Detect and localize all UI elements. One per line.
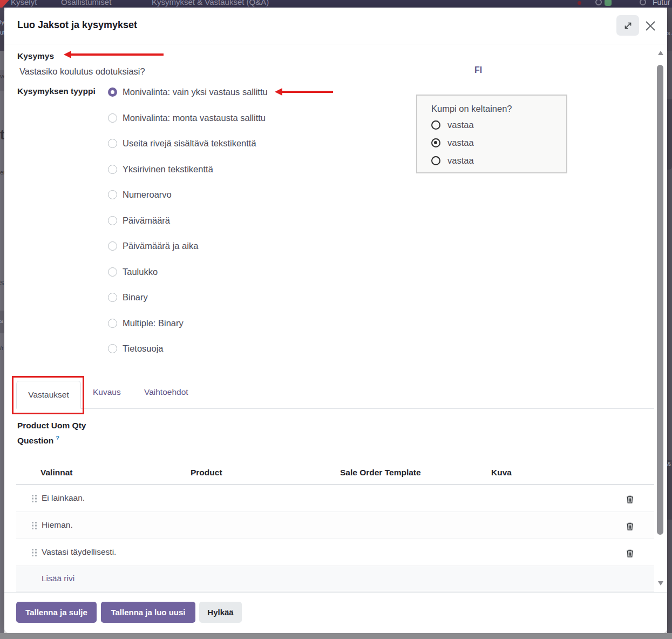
question-type-option-numeric[interactable]: Numeroarvo <box>108 188 172 201</box>
preview-option: vastaa <box>431 118 474 131</box>
question-type-option-matrix[interactable]: Taulukko <box>108 265 158 278</box>
column-header-sale-order-template[interactable]: Sale Order Template <box>340 468 421 477</box>
add-row-link[interactable]: Lisää rivi <box>42 574 74 583</box>
backdrop-text-fragment: ly <box>0 19 4 25</box>
backdrop-text-fragment: /r <box>0 345 4 351</box>
app-logo-fragment <box>0 0 9 8</box>
answer-value[interactable]: Ei lainkaan. <box>42 493 85 503</box>
nav-item-participations[interactable]: Osallistumiset <box>61 0 111 6</box>
tab-options[interactable]: Vaihtoehdot <box>144 387 188 397</box>
trash-icon <box>626 495 634 504</box>
answer-value[interactable]: Hieman. <box>42 520 73 530</box>
close-dialog-button[interactable] <box>641 17 660 35</box>
question-type-option-multiple-binary[interactable]: Multiple: Binary <box>108 317 184 329</box>
question-type-option-label: Taulukko <box>123 267 158 277</box>
answers-table-header: Valinnat Product Sale Order Template Kuv… <box>16 462 654 485</box>
screen: Kyselyt Osallistumiset Kysymykset & Vast… <box>0 0 672 639</box>
radio-selected-icon[interactable] <box>108 88 117 97</box>
preview-option-label: vastaa <box>447 156 474 166</box>
modal-footer: Tallenna ja sulje Tallenna ja luo uusi H… <box>4 592 667 633</box>
notification-dot-icon <box>578 1 581 5</box>
question-type-option-simple-choice[interactable]: Monivalinta: vain yksi vastaus sallittu <box>108 85 268 98</box>
preview-question-text: Kumpi on keltainen? <box>431 104 512 114</box>
nav-item-questions-answers[interactable]: Kysymykset & Vastaukset (Q&A) <box>152 0 269 6</box>
scrollbar-down-arrow[interactable] <box>658 581 663 586</box>
tab-answers[interactable]: Vastaukset <box>16 381 81 409</box>
table-row[interactable]: Vastasi täydellisesti. <box>16 539 654 566</box>
radio-icon[interactable] <box>108 319 117 328</box>
column-header-choices[interactable]: Valinnat <box>40 468 72 477</box>
save-and-close-button[interactable]: Tallenna ja sulje <box>16 602 97 623</box>
question-type-option-label: Numeroarvo <box>123 190 172 200</box>
radio-icon <box>431 156 440 165</box>
question-type-option-multiple-choice[interactable]: Monivalinta: monta vastausta sallittu <box>108 111 266 124</box>
question-type-option-label: Yksirivinen tekstikenttä <box>123 164 213 174</box>
drag-handle-icon[interactable] <box>31 548 37 557</box>
question-type-option-label: Päivämäärä ja aika <box>123 241 198 251</box>
question-type-option-date[interactable]: Päivämäärä <box>108 214 170 227</box>
scrollbar-thumb[interactable] <box>657 65 663 535</box>
question-type-option-singleline-text[interactable]: Yksirivinen tekstikenttä <box>108 163 213 176</box>
column-header-image[interactable]: Kuva <box>491 468 512 477</box>
activity-icon[interactable] <box>595 0 602 5</box>
radio-icon[interactable] <box>108 344 117 353</box>
tabs-divider <box>16 408 654 409</box>
radio-icon[interactable] <box>108 165 117 174</box>
radio-icon[interactable] <box>108 216 117 225</box>
backdrop-text-fragment: t <box>0 127 4 142</box>
question-text-input[interactable]: Vastasiko koulutus odotuksiasi? <box>19 66 145 77</box>
question-type-option-label: Useita rivejä sisältävä tekstikenttä <box>123 138 256 149</box>
drag-handle-icon[interactable] <box>31 494 37 503</box>
question-type-option-label: Binary <box>123 292 148 302</box>
question-type-option-label: Päivämäärä <box>123 216 170 226</box>
add-row-container: Lisää rivi <box>16 566 654 591</box>
radio-icon <box>431 120 440 130</box>
backdrop-text-fragment: & <box>667 461 671 467</box>
question-type-option-label: Monivalinta: vain yksi vastaus sallittu <box>123 87 268 97</box>
delete-row-button[interactable] <box>624 547 636 559</box>
backdrop-text-fragment: Se <box>0 280 4 286</box>
save-and-new-button[interactable]: Tallenna ja luo uusi <box>101 602 195 623</box>
tab-description[interactable]: Kuvaus <box>93 387 121 397</box>
backdrop-bottom-strip <box>0 633 672 639</box>
column-header-product[interactable]: Product <box>191 468 222 477</box>
question-type-option-multiline-text[interactable]: Useita rivejä sisältävä tekstikenttä <box>108 137 256 150</box>
radio-icon[interactable] <box>108 293 117 302</box>
backdrop-block <box>667 460 672 520</box>
help-question-mark[interactable]: ? <box>56 435 59 441</box>
navbar-company-label: Futur <box>653 0 670 6</box>
delete-row-button[interactable] <box>624 520 636 532</box>
question-preview-box: Kumpi on keltainen? vastaa vastaa vastaa <box>416 95 567 173</box>
discard-button[interactable]: Hylkää <box>199 602 242 623</box>
backdrop-block <box>667 8 672 51</box>
radio-icon[interactable] <box>108 190 117 199</box>
radio-icon[interactable] <box>108 267 117 277</box>
radio-icon[interactable] <box>108 241 117 251</box>
backdrop-text-fragment: ve <box>0 73 4 79</box>
expand-dialog-button[interactable] <box>616 15 639 36</box>
backdrop-left-strip: ly ut ve t er Se s /r <box>0 8 4 633</box>
radio-selected-icon <box>431 138 440 147</box>
scrollbar-up-arrow[interactable] <box>658 51 663 55</box>
backdrop-right-strip: s / & <box>667 8 672 633</box>
delete-row-button[interactable] <box>624 493 636 505</box>
expand-icon <box>623 21 633 30</box>
radio-icon[interactable] <box>108 139 117 148</box>
drag-handle-icon[interactable] <box>31 521 37 530</box>
answer-value[interactable]: Vastasi täydellisesti. <box>42 547 116 557</box>
table-row[interactable]: Hieman. <box>16 512 654 539</box>
question-type-option-binary[interactable]: Binary <box>108 291 148 304</box>
language-badge[interactable]: FI <box>474 65 482 75</box>
messenger-icon[interactable] <box>605 0 612 6</box>
question-type-option-privacy[interactable]: Tietosuoja <box>108 342 164 355</box>
clock-icon[interactable] <box>640 0 646 5</box>
answers-table: Valinnat Product Sale Order Template Kuv… <box>16 462 654 591</box>
trash-icon <box>626 522 634 531</box>
question-field-label: Kysymys <box>17 51 54 61</box>
radio-icon[interactable] <box>108 113 117 123</box>
nav-item-surveys[interactable]: Kyselyt <box>11 0 37 6</box>
question-type-option-datetime[interactable]: Päivämäärä ja aika <box>108 239 198 252</box>
question-type-option-label: Tietosuoja <box>123 344 164 354</box>
table-row[interactable]: Ei lainkaan. <box>16 485 654 512</box>
product-uom-qty-label-line2: Question? <box>17 435 59 446</box>
